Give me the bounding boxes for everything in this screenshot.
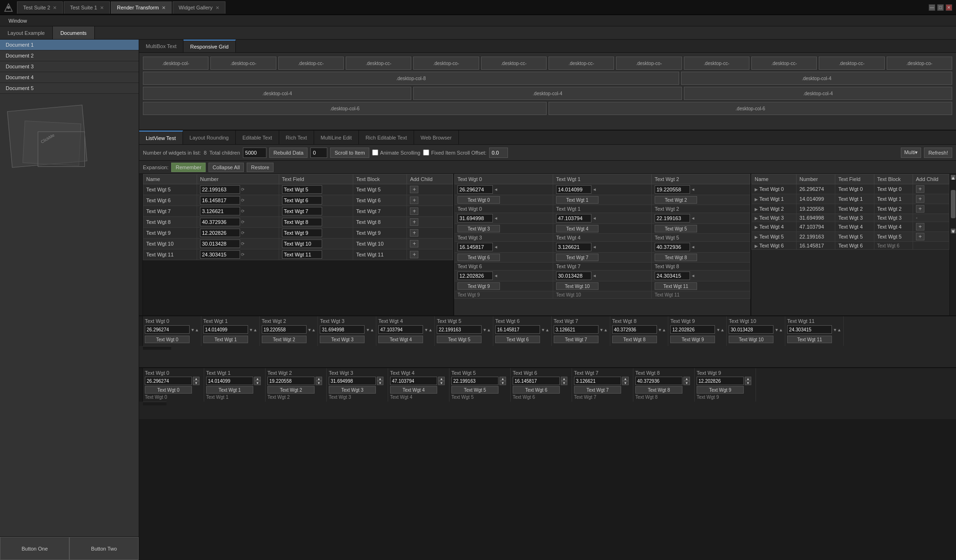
sidebar-item-document5[interactable]: Document 5 — [0, 83, 139, 94]
spin-icon[interactable]: ▼▲ — [599, 328, 608, 332]
sub-tab-rich-text[interactable]: Rich Text — [279, 131, 314, 144]
b2-up-btn[interactable]: ▲ — [438, 377, 445, 381]
b2-text-btn[interactable]: Text Wgt 1 — [206, 386, 253, 394]
b2-down-btn[interactable]: ▼ — [438, 381, 445, 385]
rebuild-data-button[interactable]: Rebuild Data — [269, 148, 308, 158]
spin-icon[interactable]: ▼▲ — [774, 328, 783, 332]
scroll-btn[interactable]: Text Wgt 8 — [612, 336, 657, 343]
spin-icon[interactable]: ⟳ — [241, 241, 245, 246]
spin-icon[interactable]: ⟳ — [241, 231, 245, 235]
spin-icon[interactable]: ▼▲ — [424, 328, 432, 332]
b2-text-btn[interactable]: Text Wgt 6 — [513, 386, 560, 394]
b2-num-input[interactable] — [697, 377, 744, 385]
restore-button[interactable]: Restore — [247, 163, 274, 172]
scroll-num-input[interactable] — [262, 325, 307, 334]
tab-close-icon[interactable]: ✕ — [100, 5, 104, 10]
b2-text-btn[interactable]: Text Wgt 3 — [329, 386, 376, 394]
num-input[interactable] — [556, 214, 591, 222]
text-field-input[interactable] — [282, 250, 322, 259]
number-input[interactable] — [200, 218, 240, 226]
scroll-to-item-button[interactable]: Scroll to Item — [330, 148, 369, 158]
wgt-button[interactable]: Text Wgt 9 — [457, 282, 500, 290]
add-child-button[interactable]: + — [410, 218, 418, 226]
sub-tab-web-browser[interactable]: Web Browser — [414, 131, 459, 144]
spin-icon[interactable]: ⟳ — [241, 220, 245, 224]
b2-text-btn[interactable]: Text Wgt 9 — [697, 386, 744, 394]
scroll-btn[interactable]: Text Wgt 3 — [320, 336, 365, 343]
b2-num-input[interactable] — [329, 377, 376, 385]
collapse-all-button[interactable]: Collapse All — [208, 163, 244, 172]
b2-up-btn[interactable]: ▲ — [316, 377, 322, 381]
b2-num-input[interactable] — [390, 377, 437, 385]
scroll-num-input[interactable] — [495, 325, 540, 334]
scroll-num-input[interactable] — [612, 325, 657, 334]
b2-down-btn[interactable]: ▼ — [377, 381, 383, 385]
spin-icon[interactable]: ◄ — [691, 187, 695, 192]
num-input[interactable] — [457, 272, 493, 280]
text-field-input[interactable] — [282, 229, 322, 237]
multi-dropdown[interactable]: Multi▾ — [901, 148, 921, 158]
num-input[interactable] — [556, 243, 591, 251]
sub-tab-editable-text[interactable]: Editable Text — [236, 131, 279, 144]
spin-icon[interactable]: ▼▲ — [249, 328, 258, 332]
sidebar-item-document1[interactable]: Document 1 — [0, 40, 139, 50]
wgt-button[interactable]: Text Wgt 6 — [457, 254, 500, 261]
spin-icon[interactable]: ◄ — [592, 273, 597, 278]
number-input[interactable] — [200, 185, 240, 194]
add-child-button[interactable]: + — [410, 240, 418, 247]
remember-button[interactable]: Remember — [171, 163, 205, 172]
wgt-button[interactable]: Text Wgt 8 — [655, 254, 697, 261]
spin-icon[interactable]: ▼▲ — [308, 328, 316, 332]
text-field-input[interactable] — [282, 218, 322, 226]
spin-icon[interactable]: ◄ — [691, 273, 695, 278]
animate-scrolling-checkbox[interactable] — [372, 149, 378, 156]
spin-icon[interactable]: ▼▲ — [366, 328, 374, 332]
scroll-btn[interactable]: Text Wgt 6 — [495, 336, 540, 343]
menu-window[interactable]: Window — [4, 17, 32, 25]
b2-text-btn[interactable]: Text Wgt 2 — [267, 386, 315, 394]
sidebar-item-document3[interactable]: Document 3 — [0, 61, 139, 72]
num-input[interactable] — [655, 214, 690, 222]
tab-close-icon[interactable]: ✕ — [216, 5, 219, 10]
num-input[interactable] — [556, 272, 591, 280]
spin-icon[interactable]: ◄ — [592, 216, 597, 221]
scroll-num-input[interactable] — [729, 325, 773, 334]
wgt-button[interactable]: Text Wgt 10 — [556, 282, 599, 290]
spin-icon[interactable]: ◄ — [691, 216, 695, 221]
fixed-offset-input[interactable] — [489, 148, 508, 158]
scroll-btn[interactable]: Text Wgt 4 — [378, 336, 423, 343]
scroll-btn[interactable]: Text Wgt 7 — [554, 336, 599, 343]
num-input[interactable] — [655, 272, 690, 280]
minimize-button[interactable]: — — [929, 4, 935, 11]
b2-up-btn[interactable]: ▲ — [254, 377, 261, 381]
zero-input[interactable] — [310, 148, 327, 158]
text-field-input[interactable] — [282, 196, 322, 205]
b2-down-btn[interactable]: ▼ — [499, 381, 506, 385]
b2-num-input[interactable] — [574, 377, 621, 385]
b2-text-btn[interactable]: Text Wgt 4 — [390, 386, 437, 394]
sub-tab-multiline-edit[interactable]: MultiLine Edit — [314, 131, 359, 144]
close-button[interactable]: ✕ — [946, 4, 952, 11]
scroll-btn[interactable]: Text Wgt 2 — [262, 336, 307, 343]
sub-tab-layout-rounding[interactable]: Layout Rounding — [183, 131, 236, 144]
refresh-button[interactable]: Refresh! — [924, 148, 952, 158]
b2-down-btn[interactable]: ▼ — [316, 381, 322, 385]
scroll-num-input[interactable] — [554, 325, 599, 334]
spin-icon[interactable]: ◄ — [494, 216, 498, 221]
number-input[interactable] — [200, 196, 240, 205]
num-input[interactable] — [457, 243, 493, 251]
spin-icon[interactable]: ⟳ — [241, 252, 245, 257]
b2-text-btn[interactable]: Text Wgt 5 — [451, 386, 499, 394]
spin-icon[interactable]: ▼▲ — [833, 328, 841, 332]
button-one[interactable]: Button One — [0, 537, 69, 560]
spin-icon[interactable]: ◄ — [494, 245, 498, 249]
b2-up-btn[interactable]: ▲ — [499, 377, 506, 381]
num-input[interactable] — [655, 185, 690, 194]
add-child-button[interactable]: + — [410, 186, 418, 193]
tab-test-suite-1[interactable]: Test Suite 1 ✕ — [64, 1, 109, 14]
number-input[interactable] — [200, 207, 240, 215]
spin-icon[interactable]: ◄ — [494, 273, 498, 278]
wgt-button[interactable]: Text Wgt 3 — [457, 225, 500, 232]
spin-icon[interactable]: ▼▲ — [658, 328, 666, 332]
spin-icon[interactable]: ▼▲ — [482, 328, 491, 332]
